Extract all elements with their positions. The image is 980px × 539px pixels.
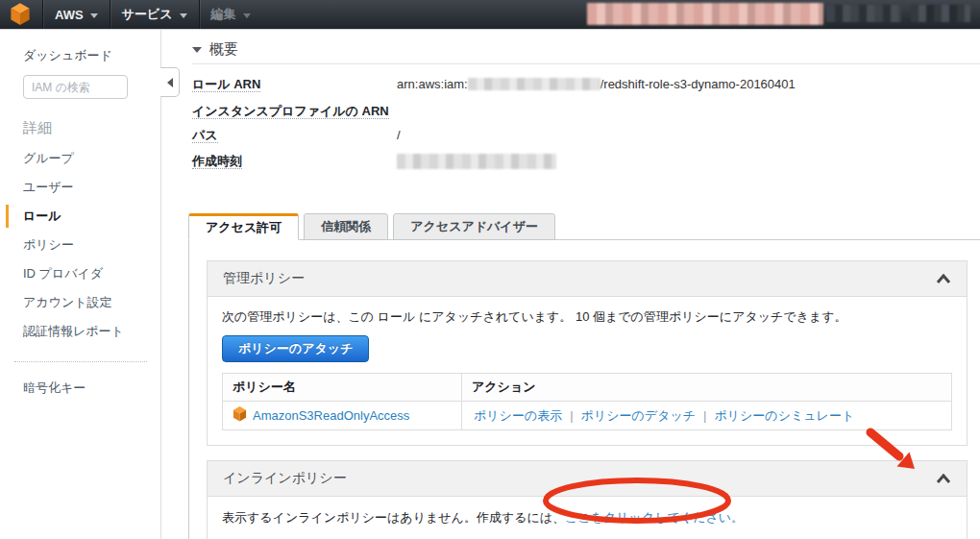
sidebar-item-credential-report[interactable]: 認証情報レポート	[0, 324, 160, 339]
inline-policies-message: 表示するインラインポリシーはありません。作成するには、ここをクリックしてください…	[222, 509, 952, 526]
inline-policies-title: インラインポリシー	[223, 470, 347, 487]
managed-policies-description: 次の管理ポリシーは、この ロール にアタッチされています。 10 個までの管理ポ…	[222, 308, 952, 325]
topbar: AWS サービス 編集	[0, 0, 980, 30]
managed-policies-panel: 管理ポリシー 次の管理ポリシーは、この ロール にアタッチされています。 10 …	[207, 260, 968, 446]
path-value: /	[397, 126, 401, 144]
main-content: 概要 ロール ARN arn:aws:iam:/redshift-role-s3…	[161, 30, 980, 539]
managed-policies-title: 管理ポリシー	[223, 270, 305, 287]
permissions-tab-content: 管理ポリシー 次の管理ポリシーは、この ロール にアタッチされています。 10 …	[188, 239, 980, 539]
tabstrip: アクセス許可 信頼関係 アクセスアドバイザー	[188, 213, 555, 240]
sidebar-item-account-settings[interactable]: アカウント設定	[0, 295, 160, 310]
menu-edit[interactable]: 編集	[211, 6, 251, 23]
column-actions: アクション	[462, 374, 952, 402]
role-arn-value: arn:aws:iam:/redshift-role-s3-dynamo-201…	[397, 75, 796, 93]
managed-policies-header[interactable]: 管理ポリシー	[208, 261, 967, 297]
aws-cube-logo-icon[interactable]	[10, 3, 31, 26]
menu-aws[interactable]: AWS	[55, 8, 98, 22]
field-path: パス /	[192, 126, 980, 144]
field-creation-time: 作成時刻	[192, 152, 980, 170]
policy-cube-icon	[233, 406, 247, 425]
column-policy-name: ポリシー名	[223, 374, 462, 402]
redacted-support-menu	[911, 5, 970, 22]
sidebar-section-details: 詳細	[0, 119, 160, 137]
menu-services[interactable]: サービス	[122, 6, 187, 23]
topbar-divider	[110, 0, 110, 30]
inline-policies-header[interactable]: インラインポリシー	[208, 461, 967, 497]
iam-console-page: AWS サービス 編集 ダッシュボード 詳細 グループ ユーザー ロール ポリシ…	[0, 0, 980, 539]
overview-section: 概要 ロール ARN arn:aws:iam:/redshift-role-s3…	[192, 40, 980, 170]
attach-policy-button[interactable]: ポリシーのアタッチ	[222, 335, 369, 362]
chevron-down-icon	[180, 13, 187, 18]
redacted-account-id	[468, 78, 600, 90]
action-separator: |	[703, 408, 706, 423]
redacted-creation-time	[397, 154, 556, 169]
menu-aws-label: AWS	[55, 8, 84, 22]
menu-edit-label: 編集	[211, 6, 236, 23]
sidebar-item-groups[interactable]: グループ	[0, 151, 160, 166]
field-instance-profile-arn: インスタンスプロファイルの ARN	[192, 102, 980, 120]
triangle-down-icon	[192, 47, 202, 53]
simulate-policy-link[interactable]: ポリシーのシミュレート	[714, 408, 854, 423]
table-row: AmazonS3ReadOnlyAccess ポリシーの表示|ポリシーのデタッチ…	[223, 402, 952, 430]
chevron-down-icon	[243, 13, 251, 18]
sidebar-item-dashboard[interactable]: ダッシュボード	[0, 47, 160, 64]
field-role-arn: ロール ARN arn:aws:iam:/redshift-role-s3-dy…	[192, 75, 980, 93]
managed-policies-table: ポリシー名 アクション	[222, 373, 952, 430]
instance-profile-arn-label: インスタンスプロファイルの ARN	[192, 104, 389, 119]
collapse-left-icon	[167, 78, 173, 87]
tab-trust-relationships[interactable]: 信頼関係	[304, 213, 388, 240]
sidebar: ダッシュボード 詳細 グループ ユーザー ロール ポリシー ID プロバイダ ア…	[0, 30, 161, 539]
policy-name-link[interactable]: AmazonS3ReadOnlyAccess	[253, 408, 409, 423]
sidebar-item-encryption-keys[interactable]: 暗号化キー	[0, 380, 160, 396]
collapse-chevron-icon[interactable]	[936, 474, 951, 484]
collapse-chevron-icon[interactable]	[936, 274, 951, 284]
topbar-divider	[199, 0, 200, 30]
create-inline-policy-link[interactable]: ここをクリックしてください。	[565, 510, 744, 525]
sidebar-collapse-handle[interactable]	[160, 67, 180, 97]
role-arn-label: ロール ARN	[192, 77, 260, 92]
tab-access-advisor[interactable]: アクセスアドバイザー	[393, 213, 555, 240]
action-separator: |	[570, 408, 573, 423]
show-policy-link[interactable]: ポリシーの表示	[474, 408, 562, 423]
topbar-divider	[42, 0, 43, 30]
path-label: パス	[192, 128, 218, 143]
sidebar-item-users[interactable]: ユーザー	[0, 180, 160, 195]
menu-services-label: サービス	[122, 6, 173, 23]
sidebar-item-roles[interactable]: ロール	[0, 208, 160, 224]
overview-title: 概要	[209, 40, 238, 59]
detach-policy-link[interactable]: ポリシーのデタッチ	[581, 408, 696, 423]
inline-policies-panel: インラインポリシー 表示するインラインポリシーはありません。作成するには、ここを…	[207, 460, 968, 539]
redacted-account-name	[587, 3, 823, 25]
iam-search-input[interactable]	[23, 75, 128, 99]
chevron-down-icon	[90, 13, 98, 18]
sidebar-divider	[14, 361, 147, 362]
creation-time-value	[397, 152, 556, 170]
redacted-region-menu	[826, 5, 901, 22]
sidebar-item-policies[interactable]: ポリシー	[0, 237, 160, 253]
sidebar-item-identity-providers[interactable]: ID プロバイダ	[0, 266, 160, 282]
overview-collapse-header[interactable]: 概要	[192, 40, 980, 64]
creation-time-label: 作成時刻	[192, 154, 242, 169]
tab-permissions[interactable]: アクセス許可	[188, 213, 299, 240]
